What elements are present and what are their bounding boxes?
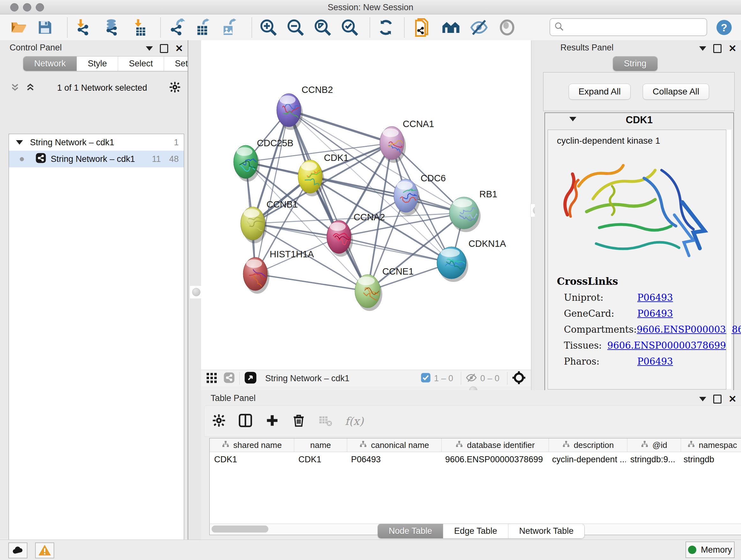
network-options-gear-icon[interactable] [169,81,181,94]
tree-collapse-icon[interactable] [16,140,23,145]
control-panel-tabs: NetworkStyleSelectSets [23,56,203,71]
add-column-icon[interactable] [265,414,279,429]
column-header-database-identifier[interactable]: database identifier [442,438,549,452]
refresh-icon[interactable] [377,18,395,37]
column-header-@id[interactable]: @id [627,438,681,452]
tab-network[interactable]: Network [23,57,77,71]
delete-column-icon[interactable] [292,414,306,428]
network-row[interactable]: String Network – cdk1 11 48 [9,151,184,167]
crosslink-link[interactable]: P06493 [637,308,673,319]
node-RB1[interactable]: RB1 [449,189,497,232]
panel-close-icon[interactable]: ✕ [175,45,183,52]
crosslink-link[interactable]: P06493 [637,292,673,303]
memory-button[interactable]: Memory [685,542,735,558]
column-header-shared-name[interactable]: shared name [210,438,294,452]
import-network-database-icon[interactable] [103,18,121,37]
expand-all-button[interactable]: Expand All [569,84,630,100]
import-network-file-icon[interactable] [74,18,92,37]
node-CCNB2[interactable]: CCNB2 [277,84,333,130]
table-settings-gear-icon[interactable] [212,414,226,428]
tab-style[interactable]: Style [77,57,118,71]
network-collection-row[interactable]: String Network – cdk1 1 [9,134,184,151]
network-type-icon[interactable] [223,372,235,385]
column-header-description[interactable]: description [549,438,627,452]
crosslink-link[interactable]: 9606.ENSP00000378699 [636,324,741,335]
save-session-icon[interactable] [36,18,54,37]
network-view-title: String Network – cdk1 [265,374,349,383]
search-field[interactable] [549,18,707,36]
crosslink-link[interactable]: 9606.ENSP00000378699 [607,340,726,351]
export-network-icon[interactable] [167,18,186,37]
tab-node-table[interactable]: Node Table [378,524,443,538]
tab-network-table[interactable]: Network Table [509,524,585,538]
fit-selected-crosshair-icon[interactable] [512,371,526,386]
open-session-icon[interactable] [10,18,28,37]
edge-CCNB2-CCNA1[interactable] [289,110,392,143]
tab-edge-table[interactable]: Edge Table [443,524,509,538]
node-CCNE1[interactable]: CCNE1 [355,266,414,311]
cloud-status-button[interactable] [8,543,27,558]
zoom-in-icon[interactable] [259,18,278,37]
left-splitter[interactable] [188,40,202,540]
grid-view-icon[interactable] [206,372,218,385]
node-CDKN1A[interactable]: CDKN1A [437,239,506,282]
panel-float-icon[interactable] [713,44,722,53]
edge-CCNB2-CCNE1[interactable] [289,110,367,291]
string-import-icon[interactable] [414,18,432,37]
string-home-icon[interactable] [442,18,460,37]
memory-label: Memory [701,545,732,555]
panel-close-icon[interactable]: ✕ [729,395,737,402]
node-label-RB1: RB1 [479,189,497,199]
cell-database-identifier[interactable]: 9606.ENSP00000378699 [441,455,548,464]
protein-structure-image [548,148,726,275]
cell-@id[interactable]: stringdb:9... [626,455,679,464]
collapse-all-button[interactable]: Collapse All [643,84,709,100]
panel-float-icon[interactable] [713,395,722,403]
node-CCNA1[interactable]: CCNA1 [380,119,434,163]
zoom-out-icon[interactable] [286,18,305,37]
panel-menu-icon[interactable] [146,46,153,51]
show-columns-icon[interactable] [239,414,253,429]
selected-checkbox-icon[interactable] [421,373,431,384]
help-icon[interactable]: ? [715,18,733,37]
cell-description[interactable]: cyclin-dependent ... [548,455,626,464]
zoom-fit-icon[interactable] [313,18,332,37]
table-row[interactable]: CDK1CDK1P064939606.ENSP00000378699cyclin… [210,452,741,467]
tab-string[interactable]: String [613,57,657,71]
network-canvas[interactable]: CCNB2CCNA1CDC25BCDK1CDC6RB1CCNB1CCNA2CDK… [201,40,531,370]
node-table[interactable]: shared namenamecanonical namedatabase id… [209,438,741,524]
panel-menu-icon[interactable] [699,397,706,401]
crosslink-link[interactable]: P06493 [637,356,673,367]
scrollbar-thumb[interactable] [212,525,268,533]
results-scrollbar[interactable] [726,130,731,389]
cell-canonical-name[interactable]: P06493 [347,455,441,464]
panel-float-icon[interactable] [160,44,168,53]
export-table-icon[interactable] [193,18,212,37]
tab-select[interactable]: Select [118,57,164,71]
protein-description: cyclin-dependent kinase 1 [557,136,726,146]
edge-HIST1H1A-CCNE1[interactable] [255,274,367,291]
cell-namespac[interactable]: stringdb [679,455,741,464]
show-glass-icon[interactable] [498,18,516,37]
network-selection-status: 1 of 1 Network selected [35,83,169,93]
panel-menu-icon[interactable] [699,46,706,51]
collapse-all-tree-icon[interactable] [10,82,20,93]
column-header-canonical-name[interactable]: canonical name [347,438,442,452]
warning-status-button[interactable] [35,543,54,558]
window-title: Session: New Session [0,3,741,12]
birds-eye-view-icon[interactable] [244,371,257,385]
search-input[interactable] [568,22,706,33]
zoom-selected-icon[interactable] [340,18,359,37]
crosslink-label: GeneCard: [564,308,637,319]
hide-glass-icon[interactable] [470,18,488,37]
export-image-icon[interactable] [219,18,238,37]
column-header-name[interactable]: name [294,438,347,452]
table-panel: Table Panel ✕ f(x) shared na [201,390,741,547]
column-header-namespac[interactable]: namespac [681,438,741,452]
panel-close-icon[interactable]: ✕ [729,45,737,52]
expand-all-tree-icon[interactable] [25,82,35,93]
edge-CCNA2-CDKN1A[interactable] [339,237,452,263]
import-table-icon[interactable] [131,18,150,37]
cell-shared-name[interactable]: CDK1 [210,455,294,464]
cell-name[interactable]: CDK1 [294,455,347,464]
